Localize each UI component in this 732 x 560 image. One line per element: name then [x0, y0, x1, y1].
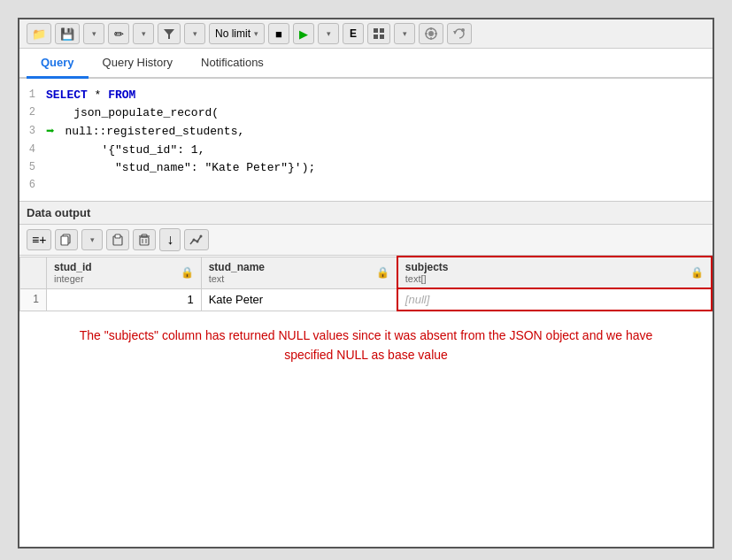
svg-rect-4 [380, 35, 384, 39]
code-line-5: 5 "stud_name": "Kate Peter"}'); [19, 158, 713, 176]
svg-point-24 [200, 235, 203, 238]
subjects-cell-1[interactable]: [null] [397, 288, 712, 311]
code-text-3: null::registered_students, [58, 125, 713, 138]
limit-dropdown[interactable]: No limit ▾ [209, 23, 265, 44]
row-num-header [20, 257, 47, 288]
code-text-5: "stud_name": "Kate Peter"}'); [46, 161, 713, 174]
tab-query-history[interactable]: Query History [89, 49, 187, 79]
limit-label: No limit [215, 27, 250, 40]
stud-name-lock-icon: 🔒 [376, 266, 389, 279]
open-file-button[interactable]: 📁 [27, 23, 51, 44]
table-row: 1 1 Kate Peter [null] [20, 288, 713, 311]
subjects-header[interactable]: subjects text[] 🔒 [397, 257, 712, 288]
subjects-lock-icon: 🔒 [690, 266, 704, 279]
code-line-6: 6 [19, 176, 713, 194]
limit-chevron: ▾ [254, 29, 258, 38]
code-line-4: 4 '{"stud_id": 1, [19, 141, 713, 158]
run-button[interactable]: ▶ [293, 23, 314, 44]
line-num-2: 2 [19, 106, 46, 119]
filter-button[interactable] [158, 23, 181, 44]
edit-dropdown-button[interactable]: ▾ [133, 23, 154, 44]
save-button[interactable]: 💾 [55, 23, 80, 44]
stud-name-cell-1[interactable]: Kate Peter [201, 288, 397, 311]
commentary-text: The "subjects" column has returned NULL … [19, 311, 713, 380]
svg-marker-11 [453, 31, 457, 35]
execution-arrow: ➡ [46, 122, 55, 140]
explain-dropdown-button[interactable]: ▾ [394, 23, 415, 44]
svg-point-22 [193, 239, 196, 242]
rollback-button[interactable] [447, 23, 472, 44]
line-num-4: 4 [19, 143, 46, 156]
null-value: [null] [405, 293, 429, 306]
results-table-wrap: stud_id integer 🔒 stud_name text [19, 256, 713, 311]
code-line-2: 2 json_populate_record( [19, 104, 713, 121]
stud-id-cell-1[interactable]: 1 [47, 288, 202, 311]
code-line-3: 3 ➡ null::registered_students, [19, 121, 713, 141]
line-num-6: 6 [19, 179, 46, 191]
download-button[interactable]: ↓ [159, 228, 181, 251]
line-num-3: 3 [19, 125, 46, 137]
edit-button[interactable]: ✏ [108, 23, 129, 44]
stud-id-lock-icon: 🔒 [181, 266, 194, 279]
svg-rect-3 [374, 35, 378, 39]
code-line-1: 1 SELECT * FROM [19, 86, 713, 104]
code-text-2: json_populate_record( [46, 106, 713, 119]
stud-id-header[interactable]: stud_id integer 🔒 [47, 257, 202, 288]
toolbar: 📁 💾 ▾ ✏ ▾ ▾ No limit ▾ ■ ▶ ▾ E ▾ [19, 19, 713, 49]
subjects-col-name: subjects [405, 261, 449, 273]
data-toolbar: ≡+ ▾ ↓ [19, 225, 713, 256]
commit-button[interactable] [419, 23, 443, 44]
stud-name-header[interactable]: stud_name text 🔒 [201, 257, 397, 288]
svg-point-6 [428, 31, 434, 36]
subjects-col-type: text[] [405, 273, 449, 284]
code-editor[interactable]: 1 SELECT * FROM 2 json_populate_record( … [19, 79, 713, 202]
code-text-4: '{"stud_id": 1, [46, 143, 713, 157]
row-number-1: 1 [20, 288, 47, 311]
code-text-6 [46, 179, 713, 192]
svg-point-23 [196, 241, 199, 243]
delete-button[interactable] [133, 229, 156, 250]
line-num-1: 1 [19, 88, 46, 101]
svg-rect-14 [61, 236, 68, 245]
copy-button[interactable] [55, 229, 78, 250]
stop-button[interactable]: ■ [268, 23, 289, 44]
svg-point-12 [461, 28, 465, 32]
results-table: stud_id integer 🔒 stud_name text [19, 256, 713, 311]
code-text-1: SELECT * FROM [46, 88, 713, 102]
copy-dropdown-button[interactable]: ▾ [81, 229, 103, 250]
graph-button[interactable] [184, 229, 209, 250]
tab-notifications[interactable]: Notifications [187, 49, 278, 79]
data-output-header: Data output [19, 202, 713, 225]
stud-name-col-type: text [209, 273, 265, 284]
svg-marker-0 [164, 29, 174, 39]
save-dropdown-button[interactable]: ▾ [83, 23, 104, 44]
svg-rect-16 [115, 234, 120, 238]
filter-dropdown-button[interactable]: ▾ [184, 23, 205, 44]
paste-button[interactable] [106, 229, 129, 250]
stud-id-col-type: integer [54, 273, 92, 284]
line-num-5: 5 [19, 161, 46, 173]
add-row-button[interactable]: ≡+ [27, 229, 51, 250]
explain-button[interactable]: E [343, 23, 364, 44]
stud-name-col-name: stud_name [209, 261, 265, 273]
stud-id-col-name: stud_id [54, 261, 92, 273]
svg-rect-17 [140, 237, 149, 245]
tabs-bar: Query Query History Notifications [19, 49, 713, 79]
svg-rect-1 [374, 28, 378, 33]
main-window: 📁 💾 ▾ ✏ ▾ ▾ No limit ▾ ■ ▶ ▾ E ▾ [18, 18, 714, 548]
run-dropdown-button[interactable]: ▾ [318, 23, 339, 44]
explain-analyze-button[interactable] [367, 23, 390, 44]
tab-query[interactable]: Query [27, 49, 89, 79]
svg-rect-2 [380, 28, 384, 33]
